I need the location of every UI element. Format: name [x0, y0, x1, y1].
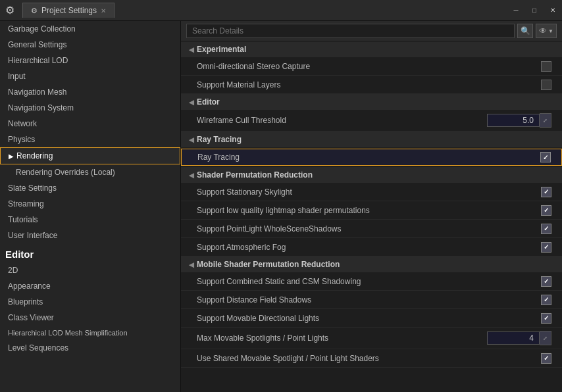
setting-control: [541, 61, 551, 72]
maximize-button[interactable]: □: [525, 0, 544, 21]
setting-row-wireframe: Wireframe Cull Threshold 5.0 ⤢: [181, 110, 562, 132]
sidebar-item-navigation-system[interactable]: Navigation System: [0, 100, 180, 116]
project-settings-tab[interactable]: ⚙ Project Settings ✕: [22, 3, 115, 18]
sidebar-item-label: Appearance: [8, 282, 51, 291]
sidebar-item-hierarchical-lod[interactable]: Hierarchical LOD: [0, 53, 180, 68]
sidebar-item-label: Hierarchical LOD: [8, 56, 68, 65]
section-title: Ray Tracing: [197, 135, 242, 144]
checkbox-atmospheric-fog[interactable]: ✓: [541, 242, 551, 253]
sidebar-item-user-interface[interactable]: User Interface: [0, 228, 180, 243]
section-experimental[interactable]: ◀ Experimental: [181, 41, 562, 57]
eye-icon: 👁: [539, 26, 547, 36]
sidebar-item-rendering[interactable]: ▶ Rendering: [0, 147, 180, 164]
search-button[interactable]: 🔍: [517, 24, 533, 38]
checkbox-ray-tracing[interactable]: ✓: [540, 152, 551, 162]
sidebar-item-general-settings[interactable]: General Settings: [0, 37, 180, 53]
sidebar-item-2d[interactable]: 2D: [0, 262, 180, 278]
minimize-button[interactable]: ─: [507, 0, 525, 21]
settings-content: ◀ Experimental Omni-directional Stereo C…: [181, 41, 562, 392]
sidebar-item-physics[interactable]: Physics: [0, 132, 180, 147]
checkbox-combined-static-csm[interactable]: ✓: [541, 276, 551, 287]
setting-label: Support Combined Static and CSM Shadowin…: [197, 277, 541, 286]
setting-row-material-layers: Support Material Layers: [181, 76, 562, 94]
eye-button[interactable]: 👁 ▼: [536, 24, 557, 38]
checkbox-movable-directional-lights[interactable]: ✓: [541, 313, 551, 324]
checkmark-icon: ✓: [544, 243, 549, 251]
setting-label: Support Movable Directional Lights: [197, 314, 541, 323]
setting-row-max-movable-spotlights: Max Movable Spotlights / Point Lights 4 …: [181, 328, 562, 349]
sidebar-item-slate-settings[interactable]: Slate Settings: [0, 180, 180, 196]
sidebar-item-tutorials[interactable]: Tutorials: [0, 212, 180, 228]
wireframe-value[interactable]: 5.0: [487, 114, 540, 127]
checkbox-distance-field-shadows[interactable]: ✓: [541, 295, 551, 305]
checkmark-icon: ✓: [544, 296, 549, 303]
setting-label: Support Material Layers: [197, 80, 541, 89]
setting-label: Use Shared Movable Spotlight / Point Lig…: [197, 354, 541, 363]
title-bar: ⚙ ⚙ Project Settings ✕ ─ □ ✕: [0, 0, 562, 21]
checkbox-material-layers[interactable]: [541, 80, 551, 90]
search-input[interactable]: [186, 24, 515, 38]
section-arrow-icon: ◀: [189, 136, 194, 143]
sidebar-item-blueprints[interactable]: Blueprints: [0, 294, 180, 310]
sidebar-item-rendering-overrides[interactable]: Rendering Overrides (Local): [0, 164, 180, 180]
sidebar-item-label: Slate Settings: [8, 184, 57, 193]
sidebar-item-appearance[interactable]: Appearance: [0, 278, 180, 294]
section-title: Mobile Shader Permutation Reduction: [197, 260, 340, 269]
tab-label: Project Settings: [41, 6, 97, 15]
checkmark-icon: ✓: [544, 225, 549, 232]
setting-control: 5.0 ⤢: [487, 113, 551, 128]
sidebar-item-garbage-collection[interactable]: Garbage Collection: [0, 21, 180, 37]
checkbox-pointlight-whole-scene[interactable]: ✓: [541, 224, 551, 234]
setting-row-ray-tracing: Ray Tracing ✓: [181, 149, 562, 166]
section-mobile-shader[interactable]: ◀ Mobile Shader Permutation Reduction: [181, 257, 562, 272]
setting-row-shared-movable-spotlight: Use Shared Movable Spotlight / Point Lig…: [181, 349, 562, 368]
sidebar-item-navigation-mesh[interactable]: Navigation Mesh: [0, 84, 180, 100]
setting-label: Support Distance Field Shadows: [197, 295, 541, 305]
sidebar-item-label: Tutorials: [8, 215, 38, 224]
setting-label: Support PointLight WholeSceneShadows: [197, 224, 541, 233]
editor-section-header: Editor: [0, 243, 180, 262]
sidebar-item-class-viewer[interactable]: Class Viewer: [0, 310, 180, 326]
number-expand-btn[interactable]: ⤢: [540, 113, 551, 128]
title-bar-controls: ─ □ ✕: [507, 0, 562, 20]
sidebar-item-label: Streaming: [8, 199, 44, 208]
sidebar-item-network[interactable]: Network: [0, 116, 180, 132]
section-ray-tracing[interactable]: ◀ Ray Tracing: [181, 132, 562, 147]
sidebar-item-hierarchical-lod-mesh[interactable]: Hierarchical LOD Mesh Simplification: [0, 326, 180, 340]
setting-label: Max Movable Spotlights / Point Lights: [197, 333, 487, 343]
checkbox-shared-movable-spotlight[interactable]: ✓: [541, 353, 551, 364]
search-icon: 🔍: [521, 26, 530, 36]
number-expand-btn[interactable]: ⤢: [540, 331, 551, 345]
close-button[interactable]: ✕: [544, 0, 562, 21]
setting-control: ✓: [541, 353, 551, 364]
checkbox-omni-stereo[interactable]: [541, 61, 551, 72]
tab-close-btn[interactable]: ✕: [101, 7, 106, 14]
max-movable-spotlights-value[interactable]: 4: [487, 331, 540, 345]
checkmark-icon: ✓: [544, 314, 549, 322]
sidebar-item-label: Network: [8, 119, 37, 128]
sidebar-item-label: Navigation System: [8, 103, 74, 112]
sidebar-item-label: Class Viewer: [8, 313, 54, 322]
setting-label: Support low quality lightmap shader perm…: [197, 206, 541, 215]
section-arrow-icon: ◀: [189, 99, 194, 106]
tab-icon: ⚙: [31, 7, 38, 15]
sidebar-item-level-sequences[interactable]: Level Sequences: [0, 340, 180, 356]
setting-row-stationary-skylight: Support Stationary Skylight ✓: [181, 183, 562, 201]
setting-control: ✓: [540, 152, 551, 162]
search-bar: 🔍 👁 ▼: [181, 21, 562, 41]
checkbox-low-quality-lightmap[interactable]: ✓: [541, 205, 551, 216]
section-editor[interactable]: ◀ Editor: [181, 94, 562, 110]
sidebar-item-label: Navigation Mesh: [8, 87, 66, 97]
section-arrow-icon: ◀: [189, 261, 194, 268]
sidebar-item-streaming[interactable]: Streaming: [0, 196, 180, 212]
checkbox-stationary-skylight[interactable]: ✓: [541, 187, 551, 197]
sidebar-item-input[interactable]: Input: [0, 68, 180, 84]
setting-control: ✓: [541, 224, 551, 234]
sidebar-item-label: Level Sequences: [8, 343, 68, 353]
sidebar-item-label: Rendering Overrides (Local): [16, 168, 115, 177]
section-shader-permutation[interactable]: ◀ Shader Permutation Reduction: [181, 167, 562, 183]
setting-row-combined-static-csm: Support Combined Static and CSM Shadowin…: [181, 272, 562, 291]
setting-label: Ray Tracing: [197, 153, 540, 162]
checkmark-icon: ✓: [544, 207, 549, 214]
sidebar-item-label: 2D: [8, 266, 18, 275]
